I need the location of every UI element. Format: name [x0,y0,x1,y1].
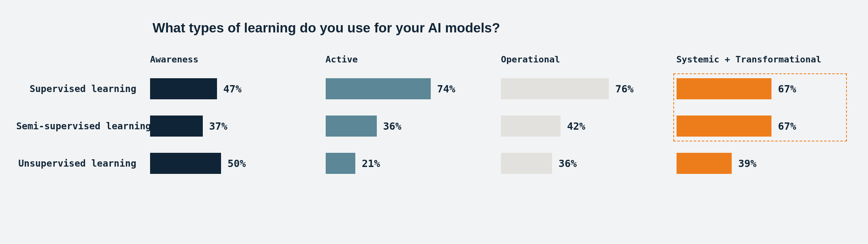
bar-value: 36% [559,158,577,169]
chart-title: What types of learning do you use for yo… [153,20,844,36]
bar-cell: 39% [677,145,844,182]
bar-cell: 50% [150,145,318,182]
bar-value: 42% [567,120,585,132]
chart-grid: Awareness Active Operational Systemic + … [16,54,844,182]
bar-cell: 67% [677,107,844,145]
column-header: Awareness [150,54,318,70]
bar-value: 21% [362,158,380,169]
bar [326,153,356,174]
bar [501,153,552,174]
bar [150,116,203,137]
bar [150,78,217,99]
bar-cell: 76% [501,70,668,107]
column-header: Systemic + Transformational [677,54,844,70]
bar [677,116,772,137]
bar-cell: 74% [326,70,493,107]
bar-cell: 67% [677,70,844,107]
column-header: Operational [501,54,668,70]
bar-cell: 36% [326,107,493,145]
bar-cell: 42% [501,107,668,145]
bar-value: 50% [228,158,246,169]
bar-value: 67% [778,120,796,132]
column-header: Active [326,54,493,70]
row-label: Unsupervised learning [16,158,142,169]
bar-value: 67% [778,83,796,95]
bar [501,78,609,99]
bar [501,116,561,137]
bar-value: 36% [383,120,402,132]
bar-cell: 36% [501,145,668,182]
bar-cell: 21% [326,145,493,182]
bar [150,153,221,174]
bar-value: 76% [615,83,634,95]
chart-container: What types of learning do you use for yo… [0,0,868,202]
bar-value: 47% [223,83,242,95]
bar [677,78,772,99]
bar-value: 37% [209,120,228,132]
bar-value: 39% [738,158,756,169]
bar-cell: 47% [150,70,318,107]
bar [326,78,431,99]
bar-cell: 37% [150,107,318,145]
bar [677,153,732,174]
bar [326,116,377,137]
row-label: Supervised learning [16,83,142,94]
bar-value: 74% [437,83,455,95]
row-label: Semi-supervised learning [16,121,142,131]
